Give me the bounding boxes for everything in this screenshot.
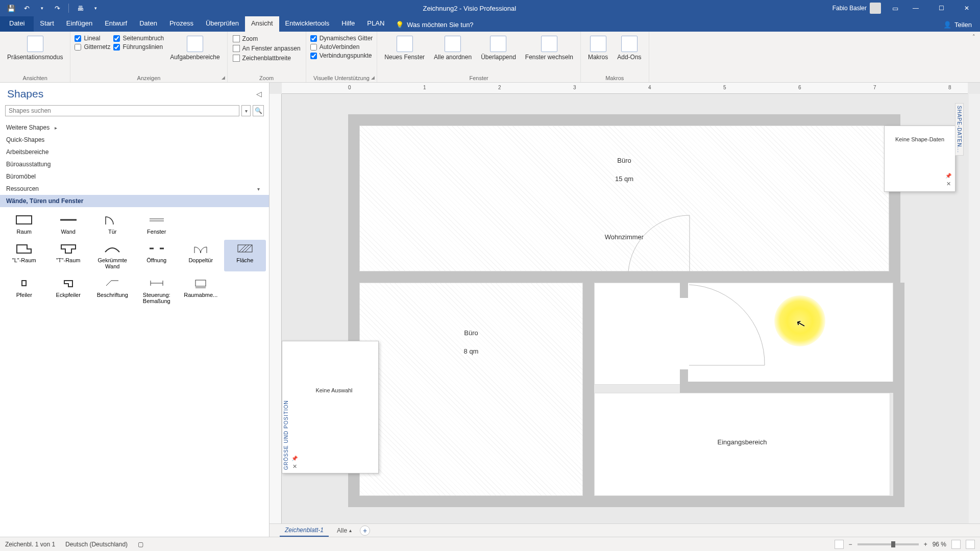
stencil-pfeiler[interactable]: Pfeiler	[3, 274, 45, 306]
fullscreen-icon[interactable]	[966, 540, 975, 549]
ribbon-display-options[interactable]: ▭	[889, 2, 901, 14]
chk-lineal[interactable]: Lineal	[75, 35, 110, 42]
ruler-vertical[interactable]	[270, 94, 282, 525]
search-dropdown-button[interactable]: ▾	[241, 105, 251, 116]
shapes-search-input[interactable]	[5, 105, 239, 116]
ueberlappend-button[interactable]: Überlappend	[478, 34, 519, 63]
presentation-view-icon[interactable]	[835, 540, 844, 549]
stencil-offnung[interactable]: Öffnung	[136, 240, 178, 271]
shape-data-close[interactable]: ✕	[945, 180, 952, 188]
chk-gitternetz[interactable]: Gitternetz	[75, 43, 110, 51]
stencil-wand[interactable]: Wand	[47, 211, 90, 237]
save-button[interactable]: 💾	[5, 2, 17, 14]
sheet-tab-1[interactable]: Zeichenblatt-1	[280, 524, 329, 537]
shape-data-pin[interactable]: 📌	[945, 173, 952, 179]
stencil-fenster[interactable]: Fenster	[136, 211, 178, 237]
undo-dropdown[interactable]: ▾	[36, 2, 48, 14]
minimize-button[interactable]: —	[904, 0, 927, 16]
tab-ansicht[interactable]: Ansicht	[245, 16, 279, 32]
room-buro-1[interactable]: Büro 15 qm Wohnzimmer	[359, 126, 889, 271]
ribbon-collapse-button[interactable]: ˄	[972, 34, 975, 40]
stencil-beschriftung[interactable]: Beschriftung	[91, 274, 134, 306]
zoom-button[interactable]: Zoom	[232, 35, 302, 43]
chk-autoverbinden[interactable]: AutoVerbinden	[310, 43, 373, 51]
zoom-slider[interactable]	[857, 543, 919, 545]
zoom-in-button[interactable]: +	[924, 541, 927, 548]
chk-dynamisches-gitter[interactable]: Dynamisches Gitter	[310, 35, 373, 42]
size-position-pin[interactable]: 📌	[291, 456, 298, 461]
vertical-scrollbar[interactable]	[969, 94, 980, 525]
stencil-steuerung-bemassung[interactable]: Steuerung: Bemaßung	[136, 274, 178, 306]
stencil-eckpfeiler[interactable]: Eckpfeiler	[47, 274, 90, 306]
stencil-flache[interactable]: Fläche	[224, 240, 266, 271]
redo-button[interactable]: ↷	[51, 2, 63, 14]
stencil-doppeltur[interactable]: Doppeltür	[180, 240, 222, 271]
cat-wande-turen-fenster[interactable]: Wände, Türen und Fenster	[0, 195, 269, 207]
tab-einfuegen[interactable]: Einfügen	[60, 16, 99, 32]
chk-verbindungspunkte[interactable]: Verbindungspunkte	[310, 52, 373, 59]
stencil-raumabmessung[interactable]: Raumabme...	[180, 274, 222, 306]
tab-prozess[interactable]: Prozess	[163, 16, 200, 32]
stencil-lraum[interactable]: "L"-Raum	[3, 240, 45, 271]
tab-entwurf[interactable]: Entwurf	[99, 16, 133, 32]
room-eingang[interactable]: Eingangsbereich	[594, 393, 890, 496]
cat-ressourcen[interactable]: Ressourcen▾	[0, 183, 269, 195]
tab-start[interactable]: Start	[34, 16, 60, 32]
shape-data-tab[interactable]: SHAPE-DATEN...	[955, 103, 964, 156]
neues-fenster-button[interactable]: Neues Fenster	[381, 34, 428, 63]
stencil-tur[interactable]: Tür	[91, 211, 134, 237]
chk-fuehrungslinien[interactable]: Führungslinien	[113, 43, 164, 51]
user-avatar[interactable]	[870, 3, 881, 14]
group-zoom: Zoom	[232, 74, 302, 81]
tab-hilfe[interactable]: Hilfe	[335, 16, 361, 32]
tab-entwicklertools[interactable]: Entwicklertools	[279, 16, 336, 32]
chk-seitenumbruch[interactable]: Seitenumbruch	[113, 35, 164, 42]
search-go-button[interactable]: 🔍	[253, 105, 264, 116]
visuelle-dialog-launcher[interactable]: ◢	[371, 75, 375, 80]
cat-arbeitsbereiche[interactable]: Arbeitsbereiche	[0, 146, 269, 158]
sheet-add-button[interactable]: +	[360, 525, 370, 536]
page-width-button[interactable]: Zeichenblattbreite	[232, 54, 302, 62]
macro-record-icon[interactable]: ▢	[138, 541, 143, 548]
stencil-traum[interactable]: "T"-Raum	[47, 240, 90, 271]
status-language[interactable]: Deutsch (Deutschland)	[65, 541, 128, 548]
fenster-wechseln-button[interactable]: Fenster wechseln	[522, 34, 576, 63]
stencil-gekrummte-wand[interactable]: Gekrümmte Wand	[91, 240, 134, 271]
tab-daten[interactable]: Daten	[133, 16, 163, 32]
qat-customize[interactable]: ▾	[89, 2, 102, 14]
room-buro-2[interactable]: Büro 8 qm	[359, 283, 583, 496]
cat-quick-shapes[interactable]: Quick-Shapes	[0, 134, 269, 146]
zoom-out-button[interactable]: −	[849, 541, 852, 548]
makros-button[interactable]: Makros	[585, 34, 611, 63]
undo-button[interactable]: ↶	[20, 2, 33, 14]
presentation-mode-button[interactable]: Präsentationsmodus	[4, 34, 66, 63]
share-button[interactable]: 👤 Teilen	[935, 18, 980, 32]
shapes-collapse-button[interactable]: ◁	[256, 90, 262, 98]
fit-page-icon[interactable]	[951, 540, 961, 549]
shapes-panel: Shapes ◁ ▾ 🔍 Weitere Shapes▸ Quick-Shape…	[0, 83, 270, 537]
print-button[interactable]: 🖶	[74, 2, 86, 14]
tab-datei[interactable]: Datei	[0, 16, 34, 32]
stencil-raum[interactable]: Raum	[3, 211, 45, 237]
aufgabenbereiche-button[interactable]: Aufgabenbereiche	[167, 34, 223, 63]
fit-window-button[interactable]: An Fenster anpassen	[232, 44, 302, 53]
svg-line-11	[106, 281, 111, 286]
cat-buromobel[interactable]: Büromöbel	[0, 170, 269, 183]
cat-buroausstattung[interactable]: Büroausstattung	[0, 158, 269, 170]
close-button[interactable]: ✕	[955, 0, 978, 16]
size-position-close[interactable]: ✕	[291, 462, 298, 471]
zoom-level[interactable]: 96 %	[933, 541, 946, 548]
alle-anordnen-button[interactable]: Alle anordnen	[431, 34, 475, 63]
canvas[interactable]: Büro 15 qm Wohnzimmer Büro 8 qm	[282, 94, 968, 525]
maximize-button[interactable]: ☐	[930, 0, 952, 16]
ruler-horizontal[interactable]: 0 1 2 3 4 5 6 7 8	[282, 83, 968, 94]
tell-me-search[interactable]: 💡 Was möchten Sie tun?	[390, 18, 478, 32]
sheet-tab-all[interactable]: Alle▴	[333, 525, 356, 536]
tab-ueberpruefen[interactable]: Überprüfen	[200, 16, 245, 32]
tab-plan[interactable]: PLAN	[361, 16, 390, 32]
anzeigen-dialog-launcher[interactable]: ◢	[222, 75, 225, 80]
size-position-panel[interactable]: GRÖSSE UND POSITION Keine Auswahl 📌 ✕	[282, 341, 379, 473]
cat-weitere-shapes[interactable]: Weitere Shapes▸	[0, 121, 269, 134]
shape-data-panel[interactable]: Keine Shape-Daten 📌 ✕	[884, 126, 955, 192]
addons-button[interactable]: Add-Ons	[614, 34, 644, 63]
